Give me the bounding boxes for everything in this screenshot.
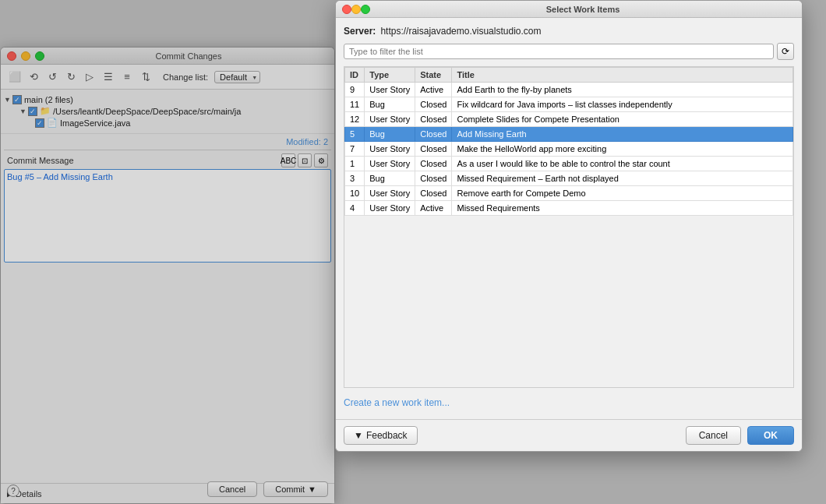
col-type: Type [365, 68, 415, 83]
cell-title: Add Missing Earth [452, 127, 793, 142]
cell-type: Bug [365, 127, 415, 142]
dialog-ok-button[interactable]: OK [747, 426, 794, 445]
cell-state: Closed [415, 127, 452, 142]
table-row[interactable]: 10User StoryClosedRemove earth for Compe… [345, 186, 793, 201]
work-items-table: ID Type State Title 9User StoryActiveAdd… [344, 67, 793, 216]
server-url: https://raisajavademo.visualstudio.com [380, 26, 541, 37]
cell-state: Closed [415, 97, 452, 112]
cell-type: User Story [365, 83, 415, 97]
table-row[interactable]: 11BugClosedFix wildcard for Java imports… [345, 97, 793, 112]
feedback-arrow: ▼ [354, 430, 363, 441]
cell-title: Make the HelloWorld app more exciting [452, 142, 793, 157]
dialog-body: Server: https://raisajavademo.visualstud… [336, 18, 802, 419]
filter-input[interactable] [344, 44, 774, 59]
cell-type: Bug [365, 171, 415, 186]
table-body: 9User StoryActiveAdd Earth to the fly-by… [345, 83, 793, 216]
table-row[interactable]: 9User StoryActiveAdd Earth to the fly-by… [345, 83, 793, 97]
col-title: Title [452, 68, 793, 83]
cell-id: 10 [345, 186, 365, 201]
table-row[interactable]: 1User StoryClosedAs a user I would like … [345, 157, 793, 171]
table-row[interactable]: 5BugClosedAdd Missing Earth [345, 127, 793, 142]
col-id: ID [345, 68, 365, 83]
server-row: Server: https://raisajavademo.visualstud… [344, 26, 794, 37]
col-state: State [415, 68, 452, 83]
filter-icon-button[interactable]: ⟳ [777, 43, 794, 60]
cell-type: Bug [365, 97, 415, 112]
cell-title: Fix wildcard for Java imports – list cla… [452, 97, 793, 112]
cell-title: Missed Requirement – Earth not displayed [452, 171, 793, 186]
dialog-title: Select Work Items [370, 5, 796, 14]
cell-type: User Story [365, 142, 415, 157]
table-row[interactable]: 12User StoryClosedComplete Slides for Co… [345, 112, 793, 127]
cell-title: Complete Slides for Compete Presentation [452, 112, 793, 127]
create-work-item-link[interactable]: Create a new work item... [344, 394, 794, 411]
cell-title: Add Earth to the fly-by planets [452, 83, 793, 97]
work-items-table-container: ID Type State Title 9User StoryActiveAdd… [344, 66, 794, 388]
dialog-bottom-bar: ▼ Feedback Cancel OK [336, 419, 802, 451]
cell-state: Closed [415, 171, 452, 186]
cell-id: 9 [345, 83, 365, 97]
cell-title: Remove earth for Compete Demo [452, 186, 793, 201]
cell-id: 1 [345, 157, 365, 171]
cell-id: 12 [345, 112, 365, 127]
cell-id: 11 [345, 97, 365, 112]
cell-state: Closed [415, 157, 452, 171]
dialog-minimize-icon[interactable] [351, 5, 361, 14]
select-work-items-dialog: Select Work Items Server: https://raisaj… [335, 0, 803, 452]
table-row[interactable]: 4User StoryActiveMissed Requirements [345, 201, 793, 216]
table-row[interactable]: 7User StoryClosedMake the HelloWorld app… [345, 142, 793, 157]
cell-type: User Story [365, 186, 415, 201]
dialog-close-icon[interactable] [342, 5, 351, 14]
cell-id: 3 [345, 171, 365, 186]
cell-type: User Story [365, 157, 415, 171]
cell-state: Active [415, 83, 452, 97]
cell-id: 5 [345, 127, 365, 142]
cell-type: User Story [365, 201, 415, 216]
feedback-button[interactable]: ▼ Feedback [344, 426, 418, 445]
cell-state: Closed [415, 142, 452, 157]
cell-title: Missed Requirements [452, 201, 793, 216]
feedback-label: Feedback [366, 430, 408, 441]
dialog-cancel-button[interactable]: Cancel [686, 426, 741, 445]
table-row[interactable]: 3BugClosedMissed Requirement – Earth not… [345, 171, 793, 186]
cell-state: Closed [415, 112, 452, 127]
cell-state: Active [415, 201, 452, 216]
cell-type: User Story [365, 112, 415, 127]
cell-state: Closed [415, 186, 452, 201]
server-label: Server: [344, 26, 376, 37]
cell-id: 7 [345, 142, 365, 157]
filter-row: ⟳ [344, 43, 794, 60]
table-header: ID Type State Title [345, 68, 793, 83]
cell-title: As a user I would like to be able to con… [452, 157, 793, 171]
dialog-titlebar: Select Work Items [336, 1, 802, 18]
dialog-maximize-icon[interactable] [361, 5, 370, 14]
cell-id: 4 [345, 201, 365, 216]
